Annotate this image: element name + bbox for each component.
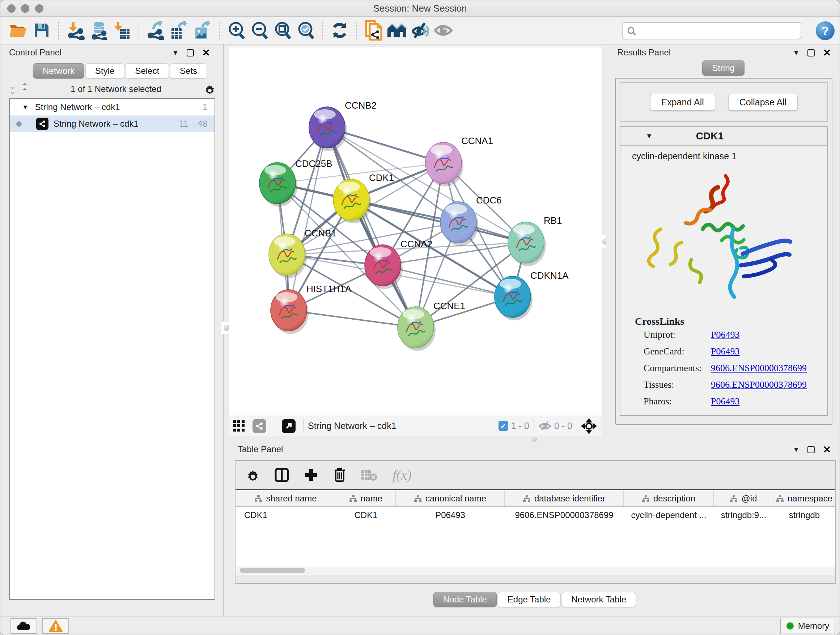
open-session-button[interactable] [7, 19, 30, 42]
node-CDKN1A[interactable]: CDKN1A [494, 270, 569, 320]
search-input[interactable] [639, 24, 798, 38]
panel-close-icon[interactable]: ✕ [823, 49, 831, 57]
tab-select[interactable]: Select [125, 63, 169, 79]
selected-nodes-checkbox[interactable]: ✓ [499, 421, 508, 431]
tree-expand-icon[interactable]: ▼ [22, 103, 28, 111]
gear-icon[interactable] [204, 84, 215, 95]
panel-float-icon[interactable] [187, 49, 194, 57]
scrollbar-thumb[interactable] [240, 568, 305, 573]
open-folder-icon [9, 22, 28, 38]
table-tabs: Node Table Edge Table Network Table [229, 592, 840, 607]
table-cell[interactable]: stringdb:9... [714, 507, 774, 524]
zoom-in-button[interactable] [225, 19, 248, 42]
table-cell[interactable]: CDK1 [235, 507, 336, 524]
panel-close-icon[interactable]: ✕ [202, 49, 210, 57]
detach-view-button[interactable] [279, 415, 299, 438]
crosslink-link[interactable]: P06493 [711, 346, 739, 357]
import-table-button[interactable] [111, 19, 134, 42]
network-share-view-button[interactable] [249, 415, 270, 438]
crosslink-link[interactable]: P06493 [711, 329, 739, 340]
column-label: database identifier [534, 494, 605, 504]
section-collapse-icon[interactable]: ▼ [646, 132, 653, 140]
export-table-button[interactable] [167, 19, 191, 42]
collapse-all-icon[interactable]: ⌄⌄ [9, 84, 15, 94]
import-database-button[interactable] [87, 19, 111, 42]
panel-collapse-icon[interactable]: ▼ [793, 446, 800, 454]
node-CDK1[interactable]: CDK1 [333, 172, 394, 223]
table-cell[interactable]: CDK1 [336, 507, 396, 524]
tab-style[interactable]: Style [85, 63, 124, 79]
panel-float-icon[interactable] [807, 49, 815, 57]
show-eye-button[interactable] [431, 19, 455, 42]
column-label: name [361, 494, 382, 504]
export-network-button[interactable] [144, 19, 167, 42]
column-header-name[interactable]: name [336, 490, 396, 507]
hidden-eye-icon[interactable] [538, 421, 551, 431]
grid-view-button[interactable] [229, 415, 249, 438]
column-header-namespace[interactable]: namespace [774, 490, 835, 507]
zoom-out-button[interactable] [248, 19, 271, 42]
crosslink-link[interactable]: P06493 [711, 396, 739, 407]
import-network-button[interactable] [64, 19, 87, 42]
expand-all-button[interactable]: Expand All [650, 94, 715, 111]
gear-icon[interactable] [246, 469, 259, 481]
crosslink-link[interactable]: 9606.ENSP00000378699 [711, 379, 807, 390]
node-CCNB2[interactable]: CCNB2 [309, 100, 377, 151]
pan-crosshair-icon[interactable] [581, 418, 597, 434]
zoom-selected-icon [297, 21, 315, 40]
tab-node-table[interactable]: Node Table [433, 592, 497, 607]
collapse-all-button[interactable]: Collapse All [728, 94, 798, 111]
table-horizontal-scrollbar[interactable] [236, 567, 835, 574]
node-CCNA1[interactable]: CCNA1 [425, 135, 493, 187]
tab-string[interactable]: String [702, 60, 745, 76]
network-graph[interactable]: CCNB2CCNA1CDC25BCDK1CDC6RB1CCNB1CCNA2CDK… [229, 48, 602, 416]
horizontal-splitter[interactable] [528, 436, 541, 442]
node-HIST1H1A[interactable]: HIST1H1A [271, 283, 352, 334]
edge-CCNB2-HIST1H1A[interactable] [289, 127, 327, 310]
warning-status-button[interactable] [42, 618, 69, 634]
help-button[interactable]: ? [816, 21, 835, 40]
memory-button[interactable]: Memory [780, 618, 835, 634]
refresh-button[interactable] [328, 19, 351, 42]
gene-section-header[interactable]: ▼ CDK1 [621, 127, 827, 146]
table-cell[interactable]: 9606.ENSP00000378699 [505, 507, 624, 524]
tab-edge-table[interactable]: Edge Table [498, 592, 561, 607]
table-cell[interactable]: P06493 [396, 507, 505, 524]
string-home-button[interactable] [385, 19, 409, 42]
table-cell[interactable]: stringdb [774, 507, 835, 524]
network-canvas[interactable]: CCNB2CCNA1CDC25BCDK1CDC6RB1CCNB1CCNA2CDK… [229, 48, 602, 416]
tab-network[interactable]: Network [33, 63, 84, 79]
node-CDC25B[interactable]: CDC25B [259, 158, 332, 207]
zoom-fit-button[interactable] [271, 19, 294, 42]
panel-float-icon[interactable] [807, 446, 815, 453]
delete-icon[interactable] [333, 467, 346, 483]
column-header-canonical-name[interactable]: canonical name [396, 490, 505, 507]
tab-sets[interactable]: Sets [170, 63, 207, 79]
table-row[interactable]: CDK1CDK1P064939606.ENSP00000378699cyclin… [235, 507, 835, 524]
network-collection-row[interactable]: ▼ String Network – cdk1 1 [10, 99, 215, 116]
edge-CCNB2-CCNE1[interactable] [327, 127, 416, 327]
node-RB1[interactable]: RB1 [508, 215, 562, 266]
column-header-shared-name[interactable]: shared name [235, 490, 336, 507]
panel-collapse-icon[interactable]: ▼ [172, 49, 179, 57]
node-CDC6[interactable]: CDC6 [440, 195, 502, 246]
panel-collapse-icon[interactable]: ▼ [793, 49, 800, 57]
panel-close-icon[interactable]: ✕ [823, 446, 831, 453]
zoom-out-icon [250, 21, 268, 40]
expand-all-icon[interactable]: ⌃⌃ [21, 84, 27, 94]
select-columns-icon[interactable] [275, 468, 289, 482]
column-header-description[interactable]: description [624, 490, 714, 507]
zoom-selected-button[interactable] [294, 19, 317, 42]
save-session-button[interactable] [30, 19, 53, 42]
cloud-status-button[interactable] [11, 618, 37, 634]
hide-unhide-button[interactable] [409, 19, 431, 42]
share-document-button[interactable] [362, 19, 385, 42]
add-icon[interactable] [304, 468, 318, 482]
crosslink-link[interactable]: 9606.ENSP00000378699 [711, 363, 807, 374]
table-cell[interactable]: cyclin-dependent ... [624, 507, 714, 524]
column-header-@id[interactable]: @id [714, 490, 774, 507]
tab-network-table[interactable]: Network Table [562, 592, 636, 607]
export-image-button[interactable] [191, 19, 214, 42]
network-row[interactable]: String Network – cdk1 11 48 [10, 116, 215, 132]
column-header-database-identifier[interactable]: database identifier [505, 490, 624, 507]
